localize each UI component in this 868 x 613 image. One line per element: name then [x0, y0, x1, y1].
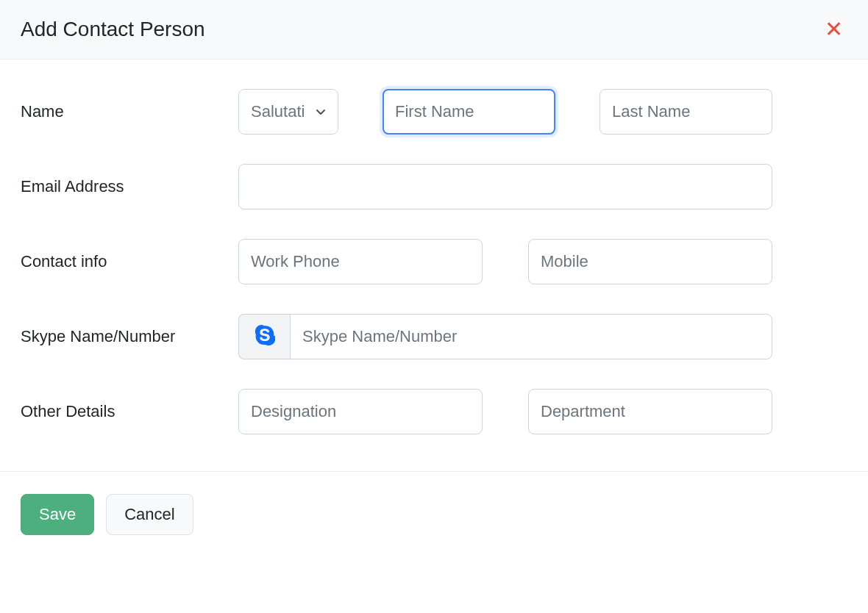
skype-icon — [255, 325, 275, 348]
mobile-input[interactable] — [528, 239, 772, 284]
cancel-button[interactable]: Cancel — [106, 494, 193, 535]
modal-header: Add Contact Person ✕ — [0, 0, 868, 60]
name-controls — [238, 89, 847, 135]
salutation-select[interactable] — [238, 89, 338, 135]
contact-info-label: Contact info — [21, 239, 238, 273]
other-row: Other Details — [21, 389, 847, 434]
first-name-input[interactable] — [383, 89, 555, 135]
skype-controls — [238, 314, 847, 359]
name-row: Name — [21, 89, 847, 135]
skype-row: Skype Name/Number — [21, 314, 847, 359]
department-input[interactable] — [528, 389, 772, 434]
skype-input-group — [238, 314, 772, 359]
modal-body: Name Email Address Contact info Skype Na… — [0, 60, 868, 471]
last-name-input[interactable] — [600, 89, 772, 135]
email-input[interactable] — [238, 164, 772, 209]
designation-input[interactable] — [238, 389, 483, 434]
email-label: Email Address — [21, 164, 238, 198]
contact-controls — [238, 239, 847, 284]
email-row: Email Address — [21, 164, 847, 209]
work-phone-input[interactable] — [238, 239, 483, 284]
skype-label: Skype Name/Number — [21, 314, 238, 348]
salutation-input[interactable] — [238, 89, 338, 135]
name-label: Name — [21, 89, 238, 123]
other-details-label: Other Details — [21, 389, 238, 423]
close-icon[interactable]: ✕ — [820, 18, 847, 40]
other-controls — [238, 389, 847, 434]
email-controls — [238, 164, 847, 209]
skype-input[interactable] — [290, 314, 772, 359]
save-button[interactable]: Save — [21, 494, 94, 535]
skype-icon-addon — [238, 314, 290, 359]
modal-footer: Save Cancel — [0, 471, 868, 557]
modal-title: Add Contact Person — [21, 18, 205, 41]
contact-row: Contact info — [21, 239, 847, 284]
